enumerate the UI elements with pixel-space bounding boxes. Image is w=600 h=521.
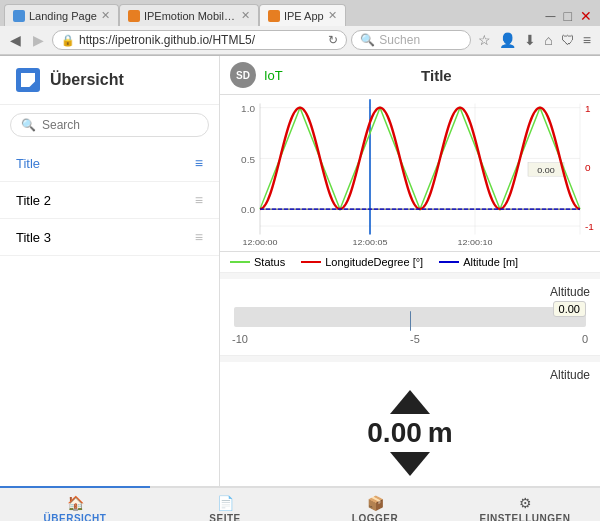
close-window-button[interactable]: ✕ <box>576 6 596 26</box>
tab-bar: Landing Page ✕ IPEmotion Mobile Edition … <box>0 0 600 26</box>
page-nav-icon: 📄 <box>217 495 234 511</box>
legend-line-status <box>230 261 250 263</box>
home-nav-icon: 🏠 <box>67 495 84 511</box>
svg-text:-1: -1 <box>585 223 594 232</box>
search-box[interactable]: 🔍 <box>10 113 209 137</box>
altitude-section: Altitude 0.00 m <box>220 362 600 486</box>
svg-text:0.5: 0.5 <box>241 155 255 164</box>
tab-close-2[interactable]: ✕ <box>241 9 250 22</box>
altitude-arrow-up-icon <box>390 390 430 414</box>
bottom-nav: 🏠 ÜBERSICHT 📄 SEITE 📦 LOGGER ⚙ EINSTELLU… <box>0 486 600 521</box>
topbar-title: Title <box>283 67 590 84</box>
altitude-section-title: Altitude <box>230 368 590 382</box>
main-topbar: SD IoT Title <box>220 56 600 95</box>
forward-button[interactable]: ▶ <box>29 30 48 50</box>
sidebar-item-menu-icon-2: ≡ <box>195 192 203 208</box>
search-bar[interactable]: 🔍 Suchen <box>351 30 471 50</box>
tab-ipe-app[interactable]: IPE App ✕ <box>259 4 346 26</box>
gauge-section: Altitude 0.00 -10 -5 0 <box>220 279 600 356</box>
minimize-button[interactable]: ─ <box>542 6 560 26</box>
chart-svg: 1.0 0.5 0.0 1 0 -1 0.00 <box>220 95 600 251</box>
legend-label-longitude: LongitudeDegree [°] <box>325 256 423 268</box>
bottom-nav-label-4: EINSTELLUNGEN <box>480 513 571 522</box>
sidebar-item-title3[interactable]: Title 3 ≡ <box>0 219 219 256</box>
maximize-button[interactable]: □ <box>560 6 576 26</box>
tab-label-3: IPE App <box>284 10 324 22</box>
bottom-nav-logger[interactable]: 📦 LOGGER <box>300 488 450 521</box>
legend-longitude: LongitudeDegree [°] <box>301 256 423 268</box>
sd-badge: SD <box>230 62 256 88</box>
tab-icon-2 <box>128 10 140 22</box>
altitude-arrow-down-icon <box>390 452 430 476</box>
app-container: Übersicht 🔍 Title ≡ Title 2 ≡ Title 3 ≡ … <box>0 56 600 486</box>
svg-text:0.00: 0.00 <box>537 165 555 174</box>
svg-text:12:00:00: 12:00:00 <box>242 238 277 247</box>
menu-button[interactable]: ≡ <box>580 30 594 50</box>
bottom-nav-label-2: SEITE <box>209 513 240 522</box>
legend-line-longitude <box>301 261 321 263</box>
bottom-nav-ubersicht[interactable]: 🏠 ÜBERSICHT <box>0 486 150 521</box>
sidebar-header: Übersicht <box>0 56 219 105</box>
tab-landing-page[interactable]: Landing Page ✕ <box>4 4 119 26</box>
sidebar-item-title2[interactable]: Title 2 ≡ <box>0 182 219 219</box>
legend-label-altitude: Altitude [m] <box>463 256 518 268</box>
nav-bar: ◀ ▶ 🔒 https://ipetronik.github.io/HTML5/… <box>0 26 600 55</box>
chart-area: 1.0 0.5 0.0 1 0 -1 0.00 <box>220 95 600 252</box>
tab-label-2: IPEmotion Mobile Edition -... <box>144 10 237 22</box>
svg-text:1.0: 1.0 <box>241 105 255 114</box>
sidebar-item-menu-icon-3: ≡ <box>195 229 203 245</box>
lock-icon: 🔒 <box>61 34 75 47</box>
nav-icons: ☆ 👤 ⬇ ⌂ 🛡 ≡ <box>475 30 594 50</box>
sidebar: Übersicht 🔍 Title ≡ Title 2 ≡ Title 3 ≡ <box>0 56 220 486</box>
topbar-iot: IoT <box>264 68 283 83</box>
tab-close-3[interactable]: ✕ <box>328 9 337 22</box>
shield-button[interactable]: 🛡 <box>558 30 578 50</box>
bottom-nav-seite[interactable]: 📄 SEITE <box>150 488 300 521</box>
search-icon: 🔍 <box>360 33 375 47</box>
altitude-display: 0.00 m <box>230 386 590 480</box>
gauge-value: 0.00 <box>559 303 580 315</box>
sidebar-item-title[interactable]: Title ≡ <box>0 145 219 182</box>
logger-nav-icon: 📦 <box>367 495 384 511</box>
legend-line-altitude <box>439 261 459 263</box>
chart-legend: Status LongitudeDegree [°] Altitude [m] <box>220 252 600 273</box>
bottom-nav-einstellungen[interactable]: ⚙ EINSTELLUNGEN <box>450 488 600 521</box>
legend-status: Status <box>230 256 285 268</box>
browser-chrome: Landing Page ✕ IPEmotion Mobile Edition … <box>0 0 600 56</box>
sidebar-logo-inner <box>21 73 35 87</box>
bottom-nav-label-1: ÜBERSICHT <box>44 513 107 522</box>
search-input[interactable] <box>42 118 198 132</box>
profile-button[interactable]: 👤 <box>496 30 519 50</box>
tab-ipemotion[interactable]: IPEmotion Mobile Edition -... ✕ <box>119 4 259 26</box>
sidebar-item-label-1: Title <box>16 156 195 171</box>
gauge-fill <box>410 311 411 331</box>
altitude-unit: m <box>428 416 453 450</box>
svg-text:12:00:10: 12:00:10 <box>457 238 492 247</box>
sidebar-item-label-3: Title 3 <box>16 230 195 245</box>
settings-nav-icon: ⚙ <box>519 495 532 511</box>
sidebar-logo <box>16 68 40 92</box>
refresh-icon[interactable]: ↻ <box>328 33 338 47</box>
gauge-labels: -10 -5 0 <box>230 333 590 345</box>
sidebar-item-menu-icon-1: ≡ <box>195 155 203 171</box>
svg-text:0.0: 0.0 <box>241 206 255 215</box>
back-button[interactable]: ◀ <box>6 30 25 50</box>
gauge-title: Altitude <box>230 285 590 299</box>
altitude-value: 0.00 <box>367 416 422 450</box>
gauge-bar-container: 0.00 <box>234 303 586 331</box>
tab-close-1[interactable]: ✕ <box>101 9 110 22</box>
sidebar-title: Übersicht <box>50 71 124 89</box>
legend-label-status: Status <box>254 256 285 268</box>
main-content: SD IoT Title 1.0 0.5 0.0 1 0 -1 0.00 <box>220 56 600 486</box>
tab-label-1: Landing Page <box>29 10 97 22</box>
home-button[interactable]: ⌂ <box>541 30 555 50</box>
svg-text:1: 1 <box>585 105 591 114</box>
gauge-min: -10 <box>232 333 248 345</box>
gauge-max: 0 <box>582 333 588 345</box>
bottom-nav-label-3: LOGGER <box>352 513 398 522</box>
url-bar[interactable]: 🔒 https://ipetronik.github.io/HTML5/ ↻ <box>52 30 347 50</box>
download-button[interactable]: ⬇ <box>521 30 539 50</box>
star-button[interactable]: ☆ <box>475 30 494 50</box>
search-box-icon: 🔍 <box>21 118 36 132</box>
sidebar-item-label-2: Title 2 <box>16 193 195 208</box>
